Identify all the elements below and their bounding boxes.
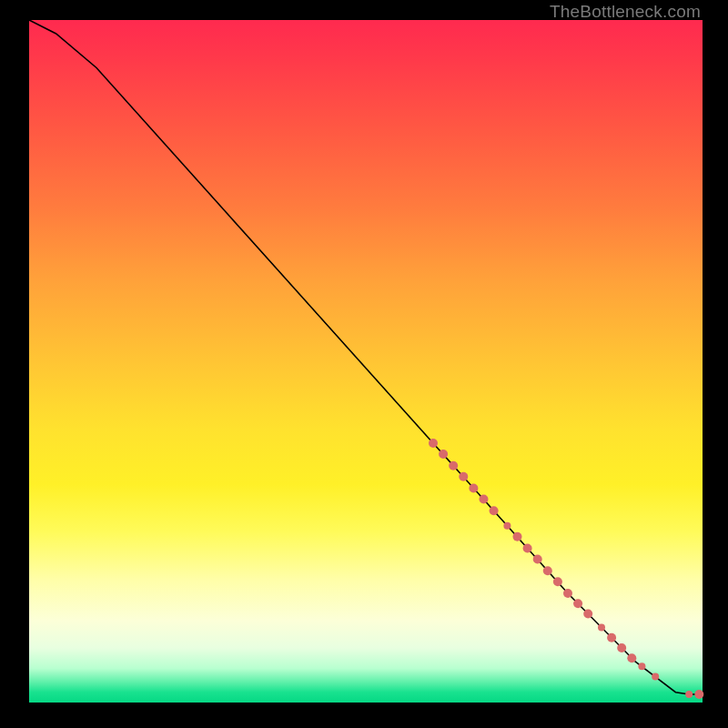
marker-dot: [543, 566, 552, 575]
marker-dot: [449, 461, 458, 470]
marker-dot: [459, 472, 468, 481]
marker-dot: [523, 544, 532, 553]
marker-dots-group: [429, 439, 703, 699]
marker-dot: [553, 577, 562, 586]
marker-dot: [503, 522, 511, 530]
marker-dot: [513, 532, 522, 541]
marker-dot: [598, 624, 605, 632]
chart-stage: TheBottleneck.com: [0, 0, 728, 728]
marker-dot: [533, 555, 542, 564]
marker-dot: [627, 653, 636, 662]
marker-dot: [685, 691, 693, 698]
marker-dot: [694, 690, 703, 699]
main-curve-line: [29, 20, 703, 694]
chart-svg: [29, 20, 703, 703]
marker-dot: [469, 484, 478, 493]
marker-dot: [607, 633, 616, 642]
marker-dot: [638, 662, 645, 670]
marker-dot: [429, 439, 438, 448]
marker-dot: [652, 673, 659, 681]
marker-dot: [563, 589, 572, 598]
marker-dot: [439, 450, 448, 459]
marker-dot: [480, 495, 489, 504]
marker-dot: [573, 599, 582, 608]
attribution-text: TheBottleneck.com: [550, 2, 701, 22]
marker-dot: [617, 643, 626, 652]
plot-area: [29, 20, 703, 703]
marker-dot: [583, 610, 592, 619]
marker-dot: [490, 506, 499, 515]
